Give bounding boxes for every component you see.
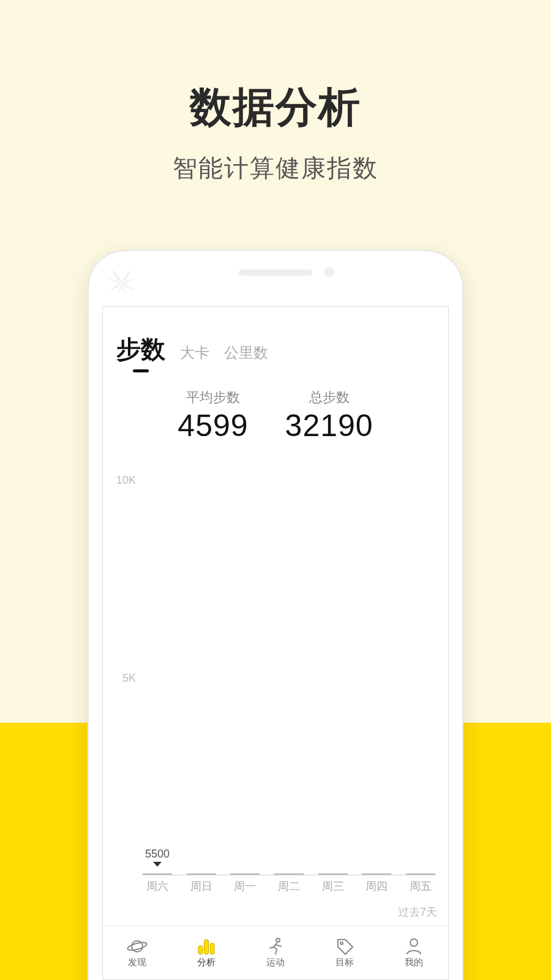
nav-sport-label: 运动 xyxy=(266,957,285,968)
steps-bar-chart[interactable]: 10K 5K 5500 周六周日周一周二周三周四周五 xyxy=(111,480,440,894)
huawei-logo-icon xyxy=(106,268,138,295)
chart-y-tick: 10K xyxy=(116,474,136,487)
chart-x-label: 周三 xyxy=(318,879,348,894)
stat-total: 总步数 32190 xyxy=(285,388,373,443)
promo-heading: 数据分析 智能计算健康指数 xyxy=(0,0,551,185)
app-screen: 步数 大卡 公里数 平均步数 4599 总步数 32190 10K 5K 550… xyxy=(102,306,449,980)
chart-bar[interactable] xyxy=(405,873,436,875)
svg-rect-3 xyxy=(204,940,209,954)
svg-point-7 xyxy=(410,939,418,946)
chart-x-label: 周四 xyxy=(361,879,392,894)
tab-steps[interactable]: 步数 xyxy=(116,333,165,366)
chart-x-label: 周日 xyxy=(186,879,217,894)
phone-top-bezel xyxy=(89,251,462,306)
phone-speaker xyxy=(239,270,312,276)
chart-period-label: 过去7天 xyxy=(103,900,448,925)
runner-icon xyxy=(265,937,286,956)
planet-icon xyxy=(127,937,148,956)
chart-bars: 5500 xyxy=(142,480,436,875)
chart-bar[interactable] xyxy=(361,873,392,875)
chart-callout: 5500 xyxy=(145,848,170,867)
promo-title: 数据分析 xyxy=(0,80,551,135)
bar-chart-icon xyxy=(196,937,217,956)
chart-bar[interactable] xyxy=(318,873,348,875)
stat-average: 平均步数 4599 xyxy=(178,388,248,443)
nav-analysis-label: 分析 xyxy=(197,957,216,968)
chart-bar[interactable] xyxy=(230,873,260,875)
phone-frame: 步数 大卡 公里数 平均步数 4599 总步数 32190 10K 5K 550… xyxy=(89,251,462,980)
person-icon xyxy=(403,937,424,956)
chart-x-label: 周五 xyxy=(405,879,436,894)
chart-x-label: 周六 xyxy=(142,879,173,894)
chart-x-label: 周二 xyxy=(274,879,304,894)
chart-bar[interactable]: 5500 xyxy=(142,873,173,875)
svg-rect-4 xyxy=(210,943,214,954)
nav-analysis[interactable]: 分析 xyxy=(172,926,241,979)
chart-x-labels: 周六周日周一周二周三周四周五 xyxy=(142,879,436,894)
chart-bar[interactable] xyxy=(274,873,304,875)
tab-km[interactable]: 公里数 xyxy=(224,343,268,366)
phone-camera xyxy=(324,267,334,277)
svg-rect-2 xyxy=(198,946,203,954)
stat-average-label: 平均步数 xyxy=(178,388,248,407)
svg-point-6 xyxy=(340,942,343,944)
nav-goal[interactable]: 目标 xyxy=(310,926,379,979)
nav-discover-label: 发现 xyxy=(128,957,146,968)
summary-stats: 平均步数 4599 总步数 32190 xyxy=(103,388,448,443)
stat-total-value: 32190 xyxy=(285,408,373,443)
promo-subtitle: 智能计算健康指数 xyxy=(0,151,551,185)
stat-average-value: 4599 xyxy=(178,408,248,443)
svg-point-1 xyxy=(127,941,148,952)
chart-x-label: 周一 xyxy=(230,879,260,894)
nav-mine-label: 我的 xyxy=(405,957,423,968)
nav-discover[interactable]: 发现 xyxy=(103,926,172,979)
tab-kcal[interactable]: 大卡 xyxy=(180,343,209,366)
tag-icon xyxy=(334,937,355,956)
nav-sport[interactable]: 运动 xyxy=(241,926,310,979)
svg-point-5 xyxy=(276,938,280,942)
chart-y-tick: 5K xyxy=(122,671,136,684)
metric-tabs: 步数 大卡 公里数 xyxy=(103,307,448,366)
bottom-nav: 发现 分析 运动 目标 xyxy=(103,925,448,979)
chart-bar[interactable] xyxy=(186,873,217,875)
nav-goal-label: 目标 xyxy=(335,957,354,968)
stat-total-label: 总步数 xyxy=(285,388,373,407)
nav-mine[interactable]: 我的 xyxy=(379,926,448,979)
